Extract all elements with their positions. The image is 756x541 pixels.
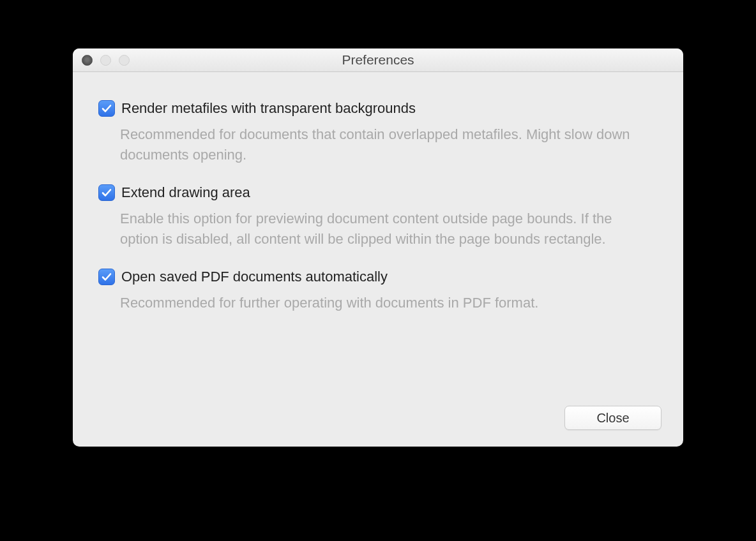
- button-row: Close: [564, 406, 662, 430]
- window-minimize-button[interactable]: [100, 55, 111, 66]
- checkmark-icon: [101, 103, 112, 114]
- window-zoom-button[interactable]: [119, 55, 130, 66]
- checkmark-icon: [101, 187, 112, 198]
- option-render-metafiles: Render metafiles with transparent backgr…: [98, 100, 647, 165]
- option-extend-drawing-area: Extend drawing area Enable this option f…: [98, 184, 647, 249]
- close-button[interactable]: Close: [564, 406, 662, 430]
- option-description: Enable this option for previewing docume…: [120, 209, 647, 249]
- option-label: Open saved PDF documents automatically: [121, 269, 388, 285]
- window-title: Preferences: [73, 52, 683, 68]
- checkbox-render-metafiles[interactable]: [98, 100, 115, 117]
- close-button-label: Close: [596, 411, 629, 426]
- option-label: Render metafiles with transparent backgr…: [121, 100, 416, 117]
- checkbox-extend-drawing-area[interactable]: [98, 184, 115, 201]
- option-description: Recommended for documents that contain o…: [120, 124, 647, 165]
- window-controls: [82, 55, 130, 66]
- window-close-button[interactable]: [82, 55, 93, 66]
- checkmark-icon: [101, 271, 112, 283]
- preferences-content: Render metafiles with transparent backgr…: [73, 72, 683, 345]
- option-description: Recommended for further operating with d…: [120, 293, 647, 313]
- checkbox-open-saved-pdf[interactable]: [98, 269, 115, 285]
- option-open-saved-pdf: Open saved PDF documents automatically R…: [98, 269, 647, 313]
- preferences-window: Preferences Render metafiles with transp…: [73, 48, 683, 447]
- option-label: Extend drawing area: [121, 184, 250, 201]
- titlebar: Preferences: [73, 48, 683, 72]
